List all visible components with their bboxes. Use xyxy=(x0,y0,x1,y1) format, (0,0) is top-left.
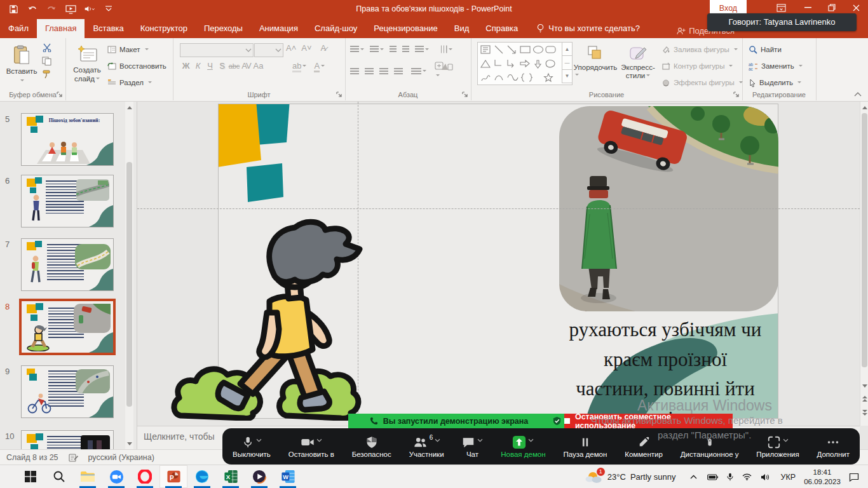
drawing-dialog-launcher[interactable] xyxy=(733,92,740,98)
shape-effects-button[interactable]: Эффекты фигуры xyxy=(661,76,743,89)
quick-styles-button[interactable]: Экспресс-стили xyxy=(618,41,658,80)
canvas-scroll-down[interactable] xyxy=(860,381,868,390)
zoom-button-annotate[interactable]: Комментир xyxy=(625,435,663,458)
shape-outline-button[interactable]: Контур фигуры xyxy=(661,60,743,72)
bullets-button[interactable] xyxy=(350,44,364,55)
canvas-scrollbar[interactable] xyxy=(860,102,868,426)
zoom-button-chat[interactable]: Чат xyxy=(461,435,483,458)
tab-Слайд-шоу[interactable]: Слайд-шоу xyxy=(306,19,365,38)
font-name-combo[interactable] xyxy=(180,43,254,57)
weather-desc[interactable]: Partly sunny xyxy=(630,472,676,482)
language-indicator[interactable]: русский (Украина) xyxy=(88,453,154,462)
underline-button[interactable]: Ч xyxy=(204,61,216,71)
thumb-scroll-thumb[interactable] xyxy=(126,162,132,407)
align-center-button[interactable] xyxy=(365,66,374,78)
next-slide-button[interactable] xyxy=(860,408,868,417)
text-shadow-button[interactable]: S xyxy=(216,61,228,71)
select-button[interactable]: Выделить xyxy=(749,76,803,89)
layout-button[interactable]: Макет xyxy=(107,43,166,56)
taskbar-app-explorer[interactable] xyxy=(74,465,102,488)
clock[interactable]: 18:41 06.09.2023 xyxy=(802,468,843,486)
zoom-button-shield[interactable]: Безопаснос xyxy=(352,435,391,458)
convert-smartart-button[interactable] xyxy=(440,62,453,71)
weather-icon[interactable]: 1 xyxy=(585,470,602,484)
shapes-gallery-scroll[interactable]: ▲—▼ xyxy=(562,43,572,83)
tray-chevron-icon[interactable] xyxy=(690,475,697,479)
battery-icon[interactable] xyxy=(707,474,718,480)
zoom-button-apps[interactable]: Приложения xyxy=(756,435,799,458)
taskbar-app-zoom[interactable] xyxy=(102,465,130,488)
zoom-button-microphone[interactable]: Выключить xyxy=(233,435,271,458)
text-direction-button[interactable] xyxy=(440,44,452,55)
tab-Рецензирование[interactable]: Рецензирование xyxy=(365,19,445,38)
zoom-button-more[interactable]: Дополнит xyxy=(817,435,850,458)
font-dialog-launcher[interactable] xyxy=(336,92,342,98)
taskbar-app-media-player[interactable] xyxy=(245,465,273,488)
cut-icon[interactable] xyxy=(42,43,52,52)
justify-button[interactable] xyxy=(394,66,403,78)
font-color-button[interactable]: A xyxy=(314,61,325,71)
stop-sharing-banner[interactable]: Остановить совместное использование xyxy=(564,414,733,428)
decrease-indent-button[interactable] xyxy=(390,44,397,55)
language-switcher[interactable]: УКР xyxy=(780,473,796,482)
italic-button[interactable]: К xyxy=(192,61,204,71)
notes-status-icon[interactable] xyxy=(69,454,78,462)
increase-indent-button[interactable] xyxy=(402,44,409,55)
paragraph-dialog-launcher[interactable] xyxy=(462,92,468,98)
copy-icon[interactable] xyxy=(42,57,52,65)
new-slide-button[interactable]: Создать слайд xyxy=(69,41,105,84)
slide-thumbnail-8[interactable] xyxy=(21,301,114,353)
grow-font-button[interactable]: A˄ xyxy=(286,43,296,53)
slide-thumbnail-9[interactable] xyxy=(21,365,114,418)
strikethrough-button[interactable]: abc xyxy=(228,62,240,70)
thumbnail-scrollbar[interactable] xyxy=(125,102,133,449)
shrink-font-button[interactable]: A˅ xyxy=(301,43,311,53)
zoom-button-camera[interactable]: Остановить в xyxy=(288,435,334,458)
volume-icon[interactable] xyxy=(761,473,770,481)
taskbar-app-edge[interactable] xyxy=(188,465,216,488)
microphone-tray-icon[interactable] xyxy=(727,473,733,481)
clear-formatting-button[interactable]: A̷ xyxy=(321,43,327,53)
zoom-button-pause[interactable]: Пауза демон xyxy=(563,435,607,458)
thumb-scroll-down[interactable] xyxy=(125,439,133,448)
meeting-security-badge[interactable] xyxy=(550,414,564,428)
thumb-scroll-up[interactable] xyxy=(125,103,133,112)
wifi-icon[interactable] xyxy=(742,473,752,480)
bold-button[interactable]: Ж xyxy=(180,61,192,71)
tab-Вставка[interactable]: Вставка xyxy=(85,19,132,38)
numbering-button[interactable] xyxy=(370,44,384,55)
tab-Справка[interactable]: Справка xyxy=(477,19,526,38)
slide-thumbnail-6[interactable] xyxy=(21,175,114,227)
action-center-icon[interactable] xyxy=(849,473,859,482)
reset-button[interactable]: Восстановить xyxy=(107,60,166,72)
slide-thumbnail-7[interactable] xyxy=(21,238,114,291)
zoom-button-share-screen[interactable]: Новая демон xyxy=(501,435,545,458)
tab-Главная[interactable]: Главная xyxy=(37,19,85,38)
tab-Файл[interactable]: Файл xyxy=(0,19,37,38)
highlight-color-button[interactable]: ab xyxy=(292,61,306,71)
taskbar-app-opera[interactable] xyxy=(131,465,159,488)
walking-person-clipart[interactable] xyxy=(170,214,370,421)
canvas-scroll-up[interactable] xyxy=(860,103,868,112)
collapse-ribbon-button[interactable] xyxy=(854,92,862,97)
taskbar-app-word[interactable]: W xyxy=(274,465,302,488)
line-spacing-button[interactable] xyxy=(415,44,429,55)
change-case-button[interactable]: Aa xyxy=(252,61,264,71)
shape-fill-button[interactable]: Заливка фигуры xyxy=(661,43,743,56)
taskbar-app-search[interactable] xyxy=(45,465,73,488)
shapes-gallery[interactable]: ▲—▼ xyxy=(477,42,573,85)
arrange-button[interactable]: Упорядочить xyxy=(574,41,616,79)
taskbar-app-start[interactable] xyxy=(17,465,44,488)
columns-button[interactable] xyxy=(411,66,426,78)
replace-button[interactable]: abac Заменить xyxy=(749,60,803,72)
format-painter-icon[interactable] xyxy=(42,70,52,79)
paste-dropdown[interactable] xyxy=(19,77,24,85)
taskbar-app-excel[interactable]: X xyxy=(217,465,245,488)
section-button[interactable]: Раздел xyxy=(107,76,166,89)
clipboard-dialog-launcher[interactable] xyxy=(57,92,63,98)
zoom-button-remote[interactable]: Дистанционное у xyxy=(681,435,739,458)
slide-thumbnail-10[interactable] xyxy=(21,430,114,449)
taskbar-app-powerpoint[interactable]: P xyxy=(159,465,187,488)
slide-thumbnail-5[interactable]: Пішохід зобов'язаний: xyxy=(21,113,114,166)
weather-temp[interactable]: 23°C xyxy=(607,472,626,482)
